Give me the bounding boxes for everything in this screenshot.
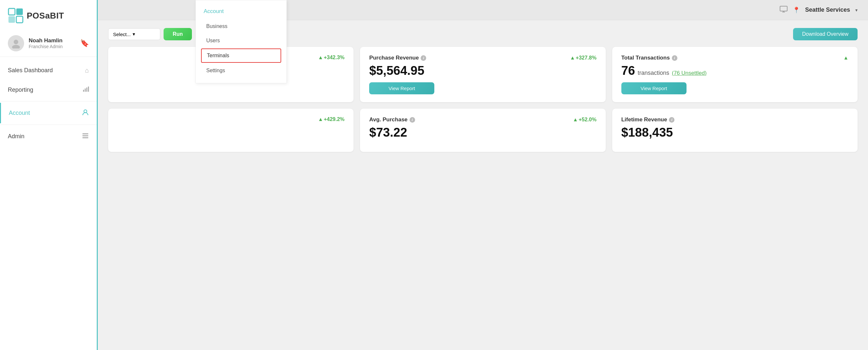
total-transactions-info-icon[interactable]: i xyxy=(672,55,677,61)
metric-header-partial-2: ▲ +429.2% xyxy=(117,116,344,122)
metric-title-lifetime-revenue: Lifetime Revenue i xyxy=(621,116,675,123)
metric-title-purchase-revenue: Purchase Revenue i xyxy=(369,55,426,61)
metric-header-total-transactions: Total Transactions i ▲ xyxy=(621,55,848,61)
sidebar-label-account: Account xyxy=(9,110,30,116)
svg-rect-14 xyxy=(780,6,787,11)
unsettled-link[interactable]: (76 Unsettled) xyxy=(672,70,707,76)
avg-purchase-info-icon[interactable]: i xyxy=(409,117,415,123)
logo-text: POSaBIT xyxy=(27,11,64,21)
svg-rect-9 xyxy=(88,86,89,92)
metric-change-purchase-revenue: ▲ +327.8% xyxy=(570,55,596,61)
posabit-logo-icon xyxy=(8,8,24,24)
metric-title-avg-purchase: Avg. Purchase i xyxy=(369,116,415,123)
account-submenu: Account Business Users Terminals Setting… xyxy=(195,0,287,83)
metric-value-avg-purchase: $73.22 xyxy=(369,126,596,140)
metric-value-purchase-revenue: $5,564.95 xyxy=(369,64,596,78)
metric-change-partial-2: ▲ +429.2% xyxy=(318,116,344,122)
purchase-revenue-info-icon[interactable]: i xyxy=(421,55,426,61)
grid-icon xyxy=(82,132,89,141)
submenu-header: Account xyxy=(196,5,286,19)
home-icon: ⌂ xyxy=(85,67,89,74)
chevron-down-icon[interactable]: ▾ xyxy=(855,7,858,13)
metric-card-total-transactions: Total Transactions i ▲ 76 transactions (… xyxy=(612,47,858,102)
run-button[interactable]: Run xyxy=(163,28,192,40)
svg-rect-11 xyxy=(83,133,88,134)
lifetime-revenue-info-icon[interactable]: i xyxy=(669,117,675,123)
submenu-item-terminals[interactable]: Terminals xyxy=(201,48,281,63)
logo-area: POSaBIT xyxy=(0,0,97,30)
person-icon xyxy=(82,109,89,117)
view-report-button-transactions[interactable]: View Report xyxy=(621,82,686,94)
arrow-up-icon-5: ▲ xyxy=(573,117,578,123)
bookmark-icon: 🔖 xyxy=(80,39,89,47)
view-report-button-purchase[interactable]: View Report xyxy=(369,82,434,94)
submenu-item-business[interactable]: Business xyxy=(196,19,286,34)
arrow-up-icon-1: ▲ xyxy=(318,55,323,61)
svg-rect-0 xyxy=(8,8,15,15)
svg-rect-8 xyxy=(86,88,87,92)
sidebar-item-reporting[interactable]: Reporting xyxy=(0,80,97,100)
metric-value-row-transactions: 76 transactions (76 Unsettled) xyxy=(621,64,848,78)
arrow-up-icon-2: ▲ xyxy=(570,55,575,61)
filter-left: Select... ▾ Run xyxy=(108,28,192,40)
arrow-up-icon-4: ▲ xyxy=(318,116,323,122)
metric-change-avg-purchase: ▲ +52.0% xyxy=(573,117,597,123)
nav-divider-2 xyxy=(0,125,97,125)
svg-rect-1 xyxy=(16,8,23,15)
sidebar-nav: Sales Dashboard ⌂ Reporting Account xyxy=(0,57,97,151)
svg-rect-12 xyxy=(83,135,88,136)
metric-value-partial-2 xyxy=(117,125,344,139)
sidebar-item-account[interactable]: Account xyxy=(0,103,97,123)
svg-rect-7 xyxy=(85,89,86,92)
svg-rect-3 xyxy=(16,16,23,23)
download-button[interactable]: Download Overview xyxy=(793,28,858,40)
metric-header-avg-purchase: Avg. Purchase i ▲ +52.0% xyxy=(369,116,596,123)
chart-icon xyxy=(83,86,89,94)
sidebar-item-admin[interactable]: Admin xyxy=(0,126,97,147)
sidebar-label-admin: Admin xyxy=(8,133,25,140)
filter-dropdown-value: Select... xyxy=(113,32,131,37)
user-role: Franchise Admin xyxy=(29,44,75,49)
svg-rect-13 xyxy=(83,137,88,138)
sidebar-item-sales-dashboard[interactable]: Sales Dashboard ⌂ xyxy=(0,61,97,80)
user-name: Noah Hamlin xyxy=(29,37,75,44)
metric-header-purchase-revenue: Purchase Revenue i ▲ +327.8% xyxy=(369,55,596,61)
submenu-item-settings[interactable]: Settings xyxy=(196,63,286,78)
dropdown-chevron-icon: ▾ xyxy=(133,31,135,37)
svg-rect-6 xyxy=(83,90,84,92)
metric-card-lifetime-revenue: Lifetime Revenue i $188,435 xyxy=(612,109,858,152)
avatar xyxy=(8,35,24,51)
sidebar-label-sales-dashboard: Sales Dashboard xyxy=(8,67,53,74)
sidebar: POSaBIT Noah Hamlin Franchise Admin 🔖 Sa… xyxy=(0,0,98,350)
svg-point-4 xyxy=(14,40,18,44)
user-profile: Noah Hamlin Franchise Admin 🔖 xyxy=(0,30,97,57)
svg-rect-2 xyxy=(8,16,15,23)
metric-value-transactions: 76 xyxy=(621,64,635,78)
sidebar-label-reporting: Reporting xyxy=(8,86,33,93)
arrow-up-icon-3: ▲ xyxy=(843,55,848,61)
user-info: Noah Hamlin Franchise Admin xyxy=(29,37,75,49)
svg-point-5 xyxy=(12,45,20,48)
nav-divider xyxy=(0,101,97,102)
metric-card-purchase-revenue: Purchase Revenue i ▲ +327.8% $5,564.95 V… xyxy=(360,47,606,102)
cards-row-2: ▲ +429.2% Avg. Purchase i ▲ +52.0% xyxy=(108,109,858,152)
filter-dropdown[interactable]: Select... ▾ xyxy=(108,28,160,40)
metric-card-avg-purchase: Avg. Purchase i ▲ +52.0% $73.22 xyxy=(360,109,606,152)
metric-title-total-transactions: Total Transactions i xyxy=(621,55,677,61)
location-name: Seattle Services xyxy=(805,6,850,13)
metric-change-total-transactions: ▲ xyxy=(843,55,848,61)
metric-header-lifetime-revenue: Lifetime Revenue i xyxy=(621,116,848,123)
metric-change-partial-1: ▲ +342.3% xyxy=(318,55,344,61)
metric-card-partial-2: ▲ +429.2% xyxy=(108,109,353,152)
location-icon: 📍 xyxy=(793,6,800,14)
monitor-icon xyxy=(780,6,787,14)
submenu-item-users[interactable]: Users xyxy=(196,34,286,48)
metric-value-lifetime-revenue: $188,435 xyxy=(621,126,848,140)
metric-label-transactions: transactions xyxy=(638,70,669,76)
